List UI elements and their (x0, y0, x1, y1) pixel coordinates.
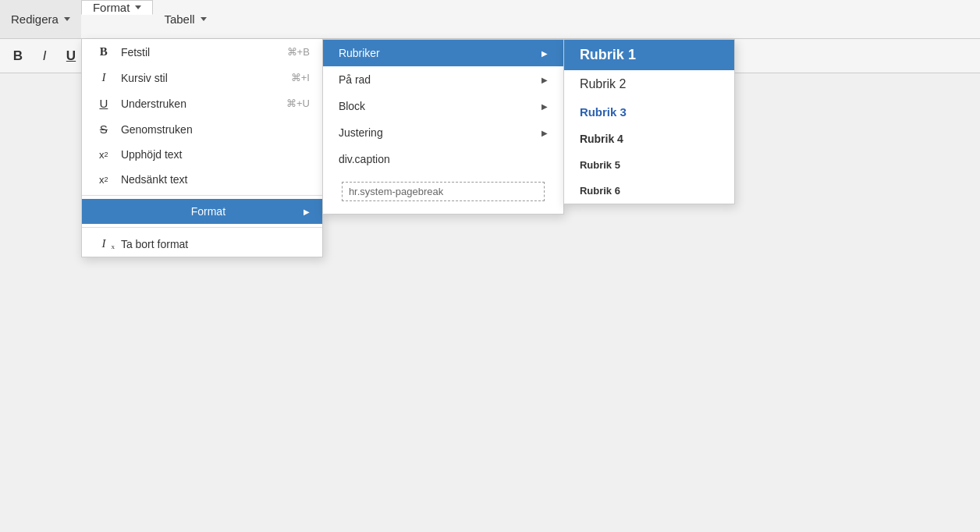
rubrik-item-1[interactable]: Rubrik 1 (564, 40, 734, 70)
genomstruken-label: Genomstruken (121, 123, 310, 136)
superscript-icon: x2 (94, 149, 113, 161)
nedsankt-label: Nedsänkt text (121, 173, 310, 186)
redigera-chevron-icon (64, 17, 70, 21)
main-toolbar: Redigera Format B Fetstil ⌘+B I Kursiv s… (0, 0, 980, 39)
tabell-menu-button[interactable]: Tabell (153, 0, 217, 38)
rubrik2-label: Rubrik 2 (580, 77, 627, 91)
format-menu-panel: B Fetstil ⌘+B I Kursiv stil ⌘+I U Unders… (81, 39, 323, 257)
upphojd-label: Upphöjd text (121, 148, 310, 161)
rubriker-label: Rubriker (339, 47, 380, 59)
submenu2-panel: Rubrik 1 Rubrik 2 Rubrik 3 Rubrik 4 Rubr… (563, 39, 735, 204)
menu-item-nedsankt[interactable]: x2 Nedsänkt text (82, 167, 322, 192)
remove-format-icon: Ix (94, 237, 113, 250)
menu-item-kursiv[interactable]: I Kursiv stil ⌘+I (82, 65, 322, 90)
italic-icon: I (94, 71, 113, 84)
hr-pagebreak-box[interactable]: hr.system-pagebreak (342, 182, 545, 201)
rubrik4-label: Rubrik 4 (580, 133, 623, 145)
submenu1-item-div-caption[interactable]: div.caption (323, 146, 563, 172)
justering-arrow-icon: ▶ (541, 129, 548, 137)
rubrik-item-5[interactable]: Rubrik 5 (564, 152, 734, 178)
understruken-label: Understruken (121, 98, 279, 110)
rubriker-arrow-icon: ▶ (541, 49, 548, 58)
tabort-label: Ta bort format (121, 238, 310, 250)
underline-button[interactable]: U (59, 44, 83, 68)
rubrik-item-4[interactable]: Rubrik 4 (564, 126, 734, 152)
fetstil-label: Fetstil (121, 46, 279, 59)
format-menu-button[interactable]: Format (81, 0, 154, 15)
block-label: Block (339, 100, 365, 112)
menu-item-fetstil[interactable]: B Fetstil ⌘+B (82, 39, 322, 65)
tabell-chevron-icon (201, 17, 207, 21)
format-arrow-icon: ▶ (304, 207, 310, 216)
menu-divider-2 (82, 227, 322, 228)
kursiv-label: Kursiv stil (121, 72, 283, 84)
menu-item-tabort[interactable]: Ix Ta bort format (82, 231, 322, 257)
fetstil-shortcut: ⌘+B (287, 46, 310, 58)
submenu1-item-block[interactable]: Block ▶ (323, 93, 563, 119)
format-dropdown: B Fetstil ⌘+B I Kursiv stil ⌘+I U Unders… (81, 39, 735, 257)
submenu1-item-rubriker[interactable]: Rubriker ▶ (323, 40, 563, 66)
strikethrough-icon: S (94, 122, 113, 136)
submenu1-item-justering[interactable]: Justering ▶ (323, 119, 563, 146)
div-caption-label: div.caption (339, 153, 390, 165)
underline-icon: U (94, 97, 113, 110)
menu-divider-1 (82, 195, 322, 196)
rubrik1-label: Rubrik 1 (580, 47, 636, 63)
format-label: Format (93, 1, 130, 14)
understruken-shortcut: ⌘+U (286, 98, 310, 109)
submenu1-panel: Rubriker ▶ På rad ▶ Block ▶ Justering ▶ (322, 39, 564, 215)
rubrik3-label: Rubrik 3 (580, 105, 627, 119)
redigera-label: Redigera (11, 12, 59, 26)
menu-item-understruken[interactable]: U Understruken ⌘+U (82, 90, 322, 116)
hr-pagebreak-label: hr.system-pagebreak (349, 186, 443, 197)
format-submenu-label: Format (94, 205, 296, 218)
redigera-menu-button[interactable]: Redigera (0, 0, 81, 38)
pa-rad-label: På rad (339, 73, 371, 86)
block-arrow-icon: ▶ (541, 102, 548, 111)
bold-button[interactable]: B (6, 44, 30, 68)
submenu1-item-hr-pagebreak[interactable]: hr.system-pagebreak (323, 172, 563, 214)
kursiv-shortcut: ⌘+I (291, 72, 310, 83)
rubrik-item-3[interactable]: Rubrik 3 (564, 98, 734, 126)
rubrik-item-2[interactable]: Rubrik 2 (564, 70, 734, 98)
format-menu-container: Format B Fetstil ⌘+B I Kursiv stil ⌘+I (81, 0, 154, 38)
rubrik-item-6[interactable]: Rubrik 6 (564, 178, 734, 204)
bold-icon: B (94, 45, 113, 59)
italic-button[interactable]: I (33, 44, 56, 68)
menu-item-format[interactable]: Format ▶ (82, 199, 322, 224)
menu-item-genomstruken[interactable]: S Genomstruken (82, 116, 322, 142)
justering-label: Justering (339, 126, 383, 139)
subscript-icon: x2 (94, 174, 113, 186)
submenu1-item-pa-rad[interactable]: På rad ▶ (323, 66, 563, 93)
pa-rad-arrow-icon: ▶ (541, 76, 548, 84)
tabell-label: Tabell (164, 12, 194, 26)
menu-item-upphojd[interactable]: x2 Upphöjd text (82, 142, 322, 167)
format-chevron-icon (135, 5, 141, 9)
rubrik5-label: Rubrik 5 (580, 159, 620, 171)
rubrik6-label: Rubrik 6 (580, 185, 620, 197)
